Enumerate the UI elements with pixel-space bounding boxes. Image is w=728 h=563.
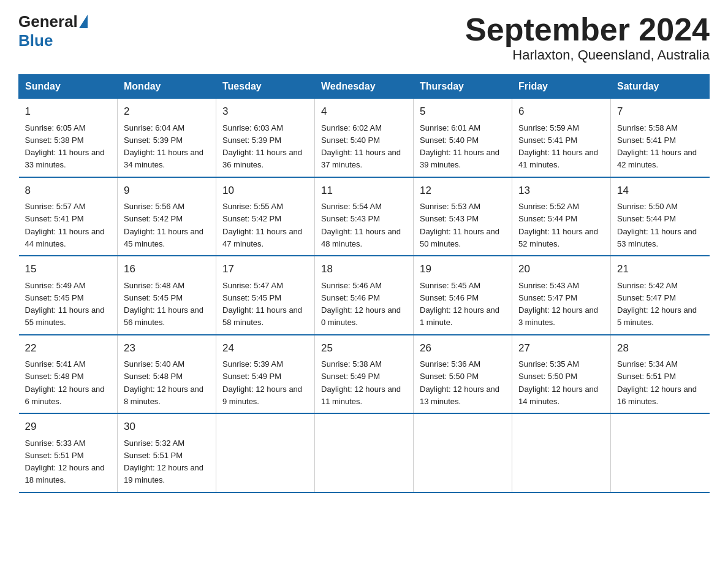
day-number: 25 [321, 340, 407, 356]
day-number: 2 [124, 104, 210, 120]
day-number: 6 [518, 104, 604, 120]
day-number: 26 [420, 340, 506, 356]
calendar-cell: 6Sunrise: 5:59 AMSunset: 5:41 PMDaylight… [512, 99, 611, 177]
calendar-week-5: 29Sunrise: 5:33 AMSunset: 5:51 PMDayligh… [19, 413, 710, 492]
calendar-cell [414, 413, 512, 492]
day-info: Sunrise: 5:42 AMSunset: 5:47 PMDaylight:… [617, 281, 697, 327]
day-info: Sunrise: 5:45 AMSunset: 5:46 PMDaylight:… [420, 281, 499, 327]
day-info: Sunrise: 5:43 AMSunset: 5:47 PMDaylight:… [518, 281, 598, 327]
day-number: 8 [25, 183, 112, 199]
calendar-cell: 19Sunrise: 5:45 AMSunset: 5:46 PMDayligh… [414, 256, 512, 335]
day-number: 11 [321, 183, 407, 199]
day-number: 5 [420, 104, 506, 120]
day-number: 27 [518, 340, 604, 356]
calendar-cell: 2Sunrise: 6:04 AMSunset: 5:39 PMDaylight… [118, 99, 216, 177]
day-number: 17 [222, 261, 308, 277]
calendar-cell: 13Sunrise: 5:52 AMSunset: 5:44 PMDayligh… [512, 177, 611, 256]
calendar-cell: 7Sunrise: 5:58 AMSunset: 5:41 PMDaylight… [611, 99, 710, 177]
page-header: General Blue September 2024 Harlaxton, Q… [18, 12, 710, 63]
logo: General Blue [18, 12, 88, 50]
calendar-cell: 15Sunrise: 5:49 AMSunset: 5:45 PMDayligh… [19, 256, 118, 335]
day-number: 12 [420, 183, 506, 199]
calendar-cell [611, 413, 710, 492]
day-number: 21 [617, 261, 703, 277]
logo-text-general: General [18, 12, 78, 31]
calendar-cell: 24Sunrise: 5:39 AMSunset: 5:49 PMDayligh… [216, 335, 315, 414]
day-number: 29 [25, 419, 112, 435]
calendar-cell: 26Sunrise: 5:36 AMSunset: 5:50 PMDayligh… [414, 335, 512, 414]
day-info: Sunrise: 6:02 AMSunset: 5:40 PMDaylight:… [321, 123, 401, 170]
calendar-cell [512, 413, 611, 492]
calendar-cell: 20Sunrise: 5:43 AMSunset: 5:47 PMDayligh… [512, 256, 611, 335]
day-info: Sunrise: 5:40 AMSunset: 5:48 PMDaylight:… [124, 359, 203, 406]
day-info: Sunrise: 5:50 AMSunset: 5:44 PMDaylight:… [617, 202, 697, 248]
calendar-cell: 14Sunrise: 5:50 AMSunset: 5:44 PMDayligh… [611, 177, 710, 256]
day-number: 3 [222, 104, 308, 120]
day-info: Sunrise: 5:53 AMSunset: 5:43 PMDaylight:… [420, 202, 499, 248]
day-info: Sunrise: 5:54 AMSunset: 5:43 PMDaylight:… [321, 202, 401, 248]
day-info: Sunrise: 5:55 AMSunset: 5:42 PMDaylight:… [222, 202, 302, 248]
calendar-cell: 30Sunrise: 5:32 AMSunset: 5:51 PMDayligh… [118, 413, 216, 492]
calendar-cell: 22Sunrise: 5:41 AMSunset: 5:48 PMDayligh… [19, 335, 118, 414]
calendar-cell: 4Sunrise: 6:02 AMSunset: 5:40 PMDaylight… [315, 99, 414, 177]
calendar-header: SundayMondayTuesdayWednesdayThursdayFrid… [19, 75, 710, 99]
day-number: 7 [617, 104, 703, 120]
page-title: September 2024 [465, 12, 710, 47]
calendar-cell: 11Sunrise: 5:54 AMSunset: 5:43 PMDayligh… [315, 177, 414, 256]
day-info: Sunrise: 5:57 AMSunset: 5:41 PMDaylight:… [25, 202, 105, 248]
day-number: 24 [222, 340, 308, 356]
day-info: Sunrise: 5:58 AMSunset: 5:41 PMDaylight:… [617, 123, 697, 170]
day-info: Sunrise: 5:59 AMSunset: 5:41 PMDaylight:… [518, 123, 598, 170]
day-number: 22 [25, 340, 112, 356]
day-info: Sunrise: 6:03 AMSunset: 5:39 PMDaylight:… [222, 123, 302, 170]
calendar-cell [216, 413, 315, 492]
day-info: Sunrise: 6:01 AMSunset: 5:40 PMDaylight:… [420, 123, 499, 170]
day-info: Sunrise: 5:36 AMSunset: 5:50 PMDaylight:… [420, 359, 499, 406]
day-info: Sunrise: 5:32 AMSunset: 5:51 PMDaylight:… [124, 439, 203, 485]
calendar-week-1: 1Sunrise: 6:05 AMSunset: 5:38 PMDaylight… [19, 99, 710, 177]
calendar-cell: 12Sunrise: 5:53 AMSunset: 5:43 PMDayligh… [414, 177, 512, 256]
day-number: 15 [25, 261, 112, 277]
header-day-saturday: Saturday [611, 75, 710, 99]
day-info: Sunrise: 5:35 AMSunset: 5:50 PMDaylight:… [518, 359, 598, 406]
day-info: Sunrise: 5:34 AMSunset: 5:51 PMDaylight:… [617, 359, 697, 406]
day-number: 23 [124, 340, 210, 356]
calendar-cell: 25Sunrise: 5:38 AMSunset: 5:49 PMDayligh… [315, 335, 414, 414]
day-number: 10 [222, 183, 308, 199]
day-info: Sunrise: 5:38 AMSunset: 5:49 PMDaylight:… [321, 359, 401, 406]
day-number: 1 [25, 104, 112, 120]
header-day-tuesday: Tuesday [216, 75, 315, 99]
calendar-cell: 9Sunrise: 5:56 AMSunset: 5:42 PMDaylight… [118, 177, 216, 256]
calendar-cell: 27Sunrise: 5:35 AMSunset: 5:50 PMDayligh… [512, 335, 611, 414]
title-block: September 2024 Harlaxton, Queensland, Au… [465, 12, 710, 63]
header-day-thursday: Thursday [414, 75, 512, 99]
day-info: Sunrise: 5:47 AMSunset: 5:45 PMDaylight:… [222, 281, 302, 327]
day-number: 18 [321, 261, 407, 277]
day-info: Sunrise: 5:33 AMSunset: 5:51 PMDaylight:… [25, 439, 105, 485]
calendar-cell: 3Sunrise: 6:03 AMSunset: 5:39 PMDaylight… [216, 99, 315, 177]
header-day-sunday: Sunday [19, 75, 118, 99]
day-info: Sunrise: 6:05 AMSunset: 5:38 PMDaylight:… [25, 123, 105, 170]
day-info: Sunrise: 5:48 AMSunset: 5:45 PMDaylight:… [124, 281, 203, 327]
calendar-table: SundayMondayTuesdayWednesdayThursdayFrid… [18, 74, 710, 493]
calendar-cell [315, 413, 414, 492]
day-number: 30 [124, 419, 210, 435]
calendar-week-4: 22Sunrise: 5:41 AMSunset: 5:48 PMDayligh… [19, 335, 710, 414]
day-info: Sunrise: 5:56 AMSunset: 5:42 PMDaylight:… [124, 202, 203, 248]
day-number: 28 [617, 340, 703, 356]
day-info: Sunrise: 5:49 AMSunset: 5:45 PMDaylight:… [25, 281, 105, 327]
day-info: Sunrise: 6:04 AMSunset: 5:39 PMDaylight:… [124, 123, 203, 170]
day-number: 14 [617, 183, 703, 199]
header-day-monday: Monday [118, 75, 216, 99]
logo-triangle-icon [79, 15, 88, 28]
calendar-cell: 23Sunrise: 5:40 AMSunset: 5:48 PMDayligh… [118, 335, 216, 414]
day-info: Sunrise: 5:39 AMSunset: 5:49 PMDaylight:… [222, 359, 302, 406]
header-day-friday: Friday [512, 75, 611, 99]
day-number: 16 [124, 261, 210, 277]
day-number: 13 [518, 183, 604, 199]
calendar-cell: 10Sunrise: 5:55 AMSunset: 5:42 PMDayligh… [216, 177, 315, 256]
calendar-cell: 5Sunrise: 6:01 AMSunset: 5:40 PMDaylight… [414, 99, 512, 177]
calendar-cell: 28Sunrise: 5:34 AMSunset: 5:51 PMDayligh… [611, 335, 710, 414]
calendar-cell: 29Sunrise: 5:33 AMSunset: 5:51 PMDayligh… [19, 413, 118, 492]
calendar-cell: 21Sunrise: 5:42 AMSunset: 5:47 PMDayligh… [611, 256, 710, 335]
